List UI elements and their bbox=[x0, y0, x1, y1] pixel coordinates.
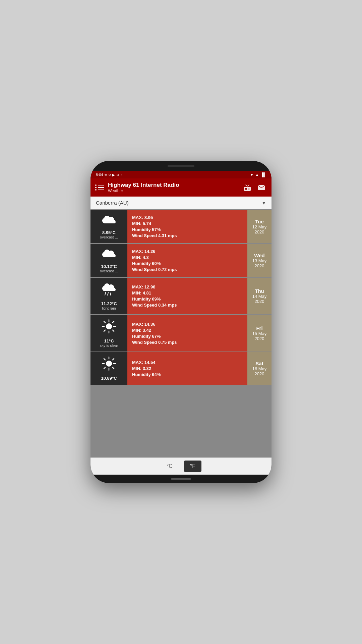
date-date: 13 May bbox=[252, 258, 267, 263]
notif-icon-1: ↻ bbox=[104, 173, 107, 177]
humidity: Humidity 57% bbox=[132, 227, 243, 232]
weather-temp: 11°C bbox=[104, 338, 114, 343]
svg-point-8 bbox=[106, 323, 112, 329]
svg-line-14 bbox=[113, 330, 114, 331]
svg-line-6 bbox=[108, 292, 108, 295]
date-day: Tue bbox=[255, 219, 264, 224]
svg-line-5 bbox=[105, 292, 106, 295]
date-year: 2020 bbox=[255, 263, 264, 268]
weather-card-middle: MAX: 12.98 MIN: 4.81 Humidity 69% Wind S… bbox=[127, 278, 247, 314]
weather-card[interactable]: 11°C sky is clear MAX: 14.36 MIN: 3.42 H… bbox=[90, 315, 272, 352]
min-temp: MIN: 3.32 bbox=[132, 366, 243, 371]
weather-card[interactable]: 8.95°C overcast ... MAX: 8.95 MIN: 5.74 … bbox=[90, 210, 272, 243]
humidity: Humidity 60% bbox=[132, 261, 243, 266]
app-name: Highway 61 Internet Radio bbox=[108, 182, 238, 189]
max-temp: MAX: 12.98 bbox=[132, 284, 243, 289]
svg-point-17 bbox=[106, 361, 112, 367]
radio-icon-button[interactable] bbox=[242, 182, 253, 193]
svg-line-25 bbox=[104, 367, 105, 369]
max-temp: MAX: 8.95 bbox=[132, 215, 243, 220]
speaker bbox=[168, 165, 194, 167]
svg-line-7 bbox=[110, 292, 111, 295]
min-temp: MIN: 5.74 bbox=[132, 221, 243, 226]
notif-icon-3: ▶ bbox=[112, 173, 115, 177]
wind-speed: Wind Speed 0.72 mps bbox=[132, 267, 243, 272]
weather-temp: 10.89°C bbox=[101, 376, 117, 381]
home-indicator bbox=[171, 478, 191, 480]
mail-icon-button[interactable] bbox=[256, 182, 267, 193]
weather-desc: sky is clear bbox=[100, 343, 118, 347]
weather-temp: 8.95°C bbox=[102, 230, 116, 235]
date-year: 2020 bbox=[255, 229, 264, 234]
weather-card-right: Tue 12 May 2020 bbox=[247, 210, 272, 243]
weather-card-left: 10.12°C overcast ... bbox=[90, 244, 127, 277]
min-temp: MIN: 4.81 bbox=[132, 290, 243, 296]
fahrenheit-button[interactable]: °F bbox=[184, 461, 201, 472]
svg-rect-2 bbox=[248, 188, 250, 189]
section-name: Weather bbox=[108, 189, 238, 193]
app-header: Highway 61 Internet Radio Weather bbox=[90, 178, 272, 197]
weather-temp: 10.12°C bbox=[101, 264, 117, 269]
weather-card-middle: MAX: 8.95 MIN: 5.74 Humidity 57% Wind Sp… bbox=[127, 210, 247, 243]
notif-icon-4: ⊘ bbox=[116, 173, 119, 177]
weather-card-right: Wed 13 May 2020 bbox=[247, 244, 272, 277]
min-temp: MIN: 4.3 bbox=[132, 255, 243, 260]
weather-icon-sun bbox=[102, 319, 116, 336]
weather-card[interactable]: 10.12°C overcast ... MAX: 14.26 MIN: 4.3… bbox=[90, 244, 272, 277]
svg-line-23 bbox=[113, 367, 114, 369]
weather-card-middle: MAX: 14.54 MIN: 3.32 Humidity 64% bbox=[127, 352, 247, 385]
date-year: 2020 bbox=[255, 336, 264, 341]
phone-frame: 8:04 ↻ ↺ ▶ ⊘ • ▼ ▲ ▐▌ Highway 61 Interne… bbox=[90, 161, 272, 483]
header-icons bbox=[242, 182, 267, 193]
wind-speed: Wind Speed 4.31 mps bbox=[132, 233, 243, 238]
wind-speed: Wind Speed 0.75 mps bbox=[132, 340, 243, 345]
phone-bottom bbox=[90, 475, 272, 483]
svg-rect-3 bbox=[248, 189, 250, 190]
humidity: Humidity 67% bbox=[132, 334, 243, 339]
weather-card[interactable]: 11.22°C light rain MAX: 12.98 MIN: 4.81 … bbox=[90, 278, 272, 314]
celsius-button[interactable]: °C bbox=[161, 461, 179, 472]
max-temp: MAX: 14.26 bbox=[132, 249, 243, 254]
weather-card-right: Thu 14 May 2020 bbox=[247, 278, 272, 314]
battery-icon: ▐▌ bbox=[260, 172, 266, 177]
date-date: 12 May bbox=[252, 224, 267, 229]
svg-line-13 bbox=[104, 321, 105, 323]
weather-card-right: Fri 15 May 2020 bbox=[247, 315, 272, 352]
svg-line-16 bbox=[104, 330, 105, 331]
date-date: 14 May bbox=[252, 294, 267, 299]
weather-desc: light rain bbox=[102, 306, 116, 310]
weather-desc: overcast ... bbox=[100, 269, 118, 273]
weather-temp: 11.22°C bbox=[101, 301, 117, 306]
weather-card-right: Sat 16 May 2020 bbox=[247, 352, 272, 385]
notif-dot: • bbox=[120, 173, 122, 177]
bottom-bar: °C °F bbox=[90, 458, 272, 475]
notif-icon-2: ↺ bbox=[108, 173, 111, 177]
menu-button[interactable] bbox=[95, 184, 104, 191]
weather-card-left: 10.89°C bbox=[90, 352, 127, 385]
svg-line-15 bbox=[113, 321, 114, 323]
max-temp: MAX: 14.36 bbox=[132, 322, 243, 327]
location-text: Canberra (AU) bbox=[96, 200, 129, 206]
weather-card[interactable]: 10.89°C MAX: 14.54 MIN: 3.32 Humidity 64… bbox=[90, 352, 272, 385]
phone-notch bbox=[90, 161, 272, 171]
weather-icon-cloud bbox=[102, 248, 116, 262]
wind-speed: Wind Speed 0.34 mps bbox=[132, 303, 243, 308]
weather-card-middle: MAX: 14.26 MIN: 4.3 Humidity 60% Wind Sp… bbox=[127, 244, 247, 277]
weather-icon-rain bbox=[102, 282, 116, 299]
date-day: Thu bbox=[255, 288, 264, 294]
svg-line-22 bbox=[104, 359, 105, 360]
weather-list: 8.95°C overcast ... MAX: 8.95 MIN: 5.74 … bbox=[90, 209, 272, 458]
humidity: Humidity 69% bbox=[132, 297, 243, 302]
dropdown-arrow-icon: ▼ bbox=[261, 200, 266, 206]
location-bar[interactable]: Canberra (AU) ▼ bbox=[90, 197, 272, 209]
date-date: 15 May bbox=[252, 331, 267, 336]
weather-icon-cloud bbox=[102, 214, 116, 228]
header-title-group: Highway 61 Internet Radio Weather bbox=[108, 182, 238, 193]
weather-card-middle: MAX: 14.36 MIN: 3.42 Humidity 67% Wind S… bbox=[127, 315, 247, 352]
wifi-icon: ▼ bbox=[250, 172, 254, 177]
date-year: 2020 bbox=[255, 299, 264, 304]
max-temp: MAX: 14.54 bbox=[132, 360, 243, 365]
date-day: Wed bbox=[254, 253, 264, 258]
svg-point-1 bbox=[245, 188, 247, 190]
min-temp: MIN: 3.42 bbox=[132, 328, 243, 333]
